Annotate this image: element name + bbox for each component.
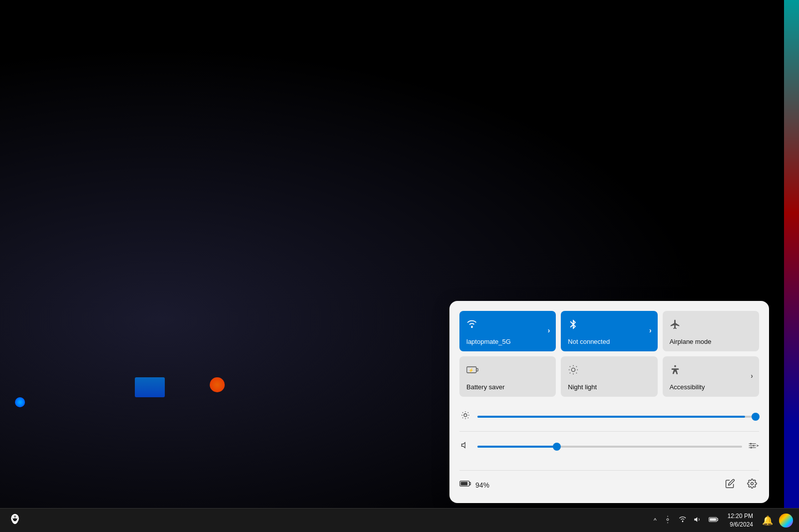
battery-saver-icon: ⚡ <box>466 364 478 378</box>
wifi-icon <box>466 319 477 333</box>
svg-point-27 <box>753 445 754 446</box>
svg-point-26 <box>750 443 752 445</box>
bluetooth-icon <box>568 319 579 333</box>
notification-button[interactable]: 🔔 <box>760 513 775 528</box>
brightness-icon <box>459 411 471 422</box>
svg-point-13 <box>464 414 467 417</box>
wifi-chevron: › <box>548 326 550 334</box>
svg-line-10 <box>570 373 570 373</box>
svg-line-20 <box>462 418 463 418</box>
desktop-accent-strip <box>135 377 165 397</box>
svg-rect-43 <box>710 518 716 521</box>
tray-icon-1[interactable] <box>662 514 674 528</box>
brightness-fill <box>477 416 745 418</box>
svg-marker-22 <box>462 443 465 448</box>
quick-settings-panel: › laptopmate_5G › Not connected <box>449 301 769 503</box>
svg-line-16 <box>462 412 463 413</box>
system-tray: ^ <box>652 514 721 528</box>
brightness-thumb[interactable] <box>752 413 760 421</box>
wifi-label: laptopmate_5G <box>466 338 549 345</box>
bluetooth-button[interactable]: › Not connected <box>561 311 657 351</box>
bluetooth-label: Not connected <box>568 338 650 345</box>
taskbar-right: ^ <box>652 511 793 530</box>
svg-point-36 <box>15 516 17 519</box>
volume-fill <box>477 446 557 448</box>
volume-slider-row <box>459 441 759 452</box>
battery-footer-icon <box>459 480 471 490</box>
battery-saver-button[interactable]: ⚡ Battery saver <box>459 356 556 397</box>
svg-rect-42 <box>717 518 718 520</box>
edit-button[interactable] <box>723 477 737 493</box>
svg-point-3 <box>572 368 575 371</box>
taskbar-left <box>6 512 24 530</box>
taskbar-wifi-icon[interactable] <box>677 514 689 528</box>
svg-line-11 <box>576 366 577 367</box>
taskbar-battery-icon[interactable] <box>707 514 721 527</box>
battery-saver-label: Battery saver <box>466 383 549 391</box>
svg-line-17 <box>468 418 468 418</box>
tray-chevron[interactable]: ^ <box>652 515 659 526</box>
svg-line-6 <box>570 366 570 367</box>
quick-settings-footer: 94% <box>459 470 759 493</box>
taskbar: ^ <box>0 508 799 532</box>
user-avatar[interactable] <box>779 514 793 528</box>
volume-track[interactable] <box>477 446 742 448</box>
taskbar-clock[interactable]: 12:20 PM 9/6/2024 <box>725 511 756 530</box>
svg-rect-31 <box>461 482 468 486</box>
night-light-button[interactable]: Night light <box>561 356 657 397</box>
svg-point-28 <box>751 447 752 448</box>
svg-line-7 <box>576 373 577 373</box>
airplane-icon <box>670 319 681 333</box>
volume-icon <box>459 441 471 452</box>
slider-divider <box>459 431 759 432</box>
airplane-label: Airplane mode <box>670 338 752 345</box>
svg-text:⚡: ⚡ <box>468 368 474 373</box>
sliders-section <box>459 407 759 465</box>
accessibility-icon <box>670 364 681 378</box>
taskbar-date: 9/6/2024 <box>728 521 753 529</box>
wifi-button[interactable]: › laptopmate_5G <box>459 311 556 351</box>
brightness-slider-row <box>459 411 759 422</box>
accessibility-button[interactable]: › Accessibility <box>663 356 759 397</box>
bluetooth-chevron: › <box>649 326 652 334</box>
svg-rect-30 <box>469 482 471 485</box>
audio-settings-icon[interactable] <box>748 441 759 452</box>
svg-line-21 <box>468 412 468 413</box>
brightness-track[interactable] <box>477 416 759 418</box>
taskbar-volume-icon[interactable] <box>692 514 704 528</box>
accessibility-chevron: › <box>751 372 753 380</box>
svg-point-37 <box>667 519 669 521</box>
desktop-accent-blue <box>15 397 25 407</box>
night-light-label: Night light <box>568 383 650 391</box>
night-light-icon <box>568 364 579 378</box>
svg-rect-1 <box>476 368 478 371</box>
airplane-mode-button[interactable]: Airplane mode <box>663 311 759 351</box>
taskbar-time: 12:20 PM <box>728 512 753 521</box>
svg-point-35 <box>13 516 15 519</box>
settings-button[interactable] <box>745 477 759 493</box>
battery-status: 94% <box>459 480 489 490</box>
accessibility-label: Accessibility <box>670 383 752 391</box>
desktop-accent-orange <box>210 377 225 392</box>
footer-actions <box>723 477 759 493</box>
svg-point-12 <box>674 365 676 367</box>
svg-point-32 <box>751 483 754 485</box>
quick-settings-grid: › laptopmate_5G › Not connected <box>459 311 759 397</box>
volume-thumb[interactable] <box>553 443 561 451</box>
start-button[interactable] <box>6 512 24 530</box>
right-edge-strip <box>784 0 799 532</box>
svg-marker-40 <box>694 517 697 522</box>
battery-percent: 94% <box>475 481 489 489</box>
